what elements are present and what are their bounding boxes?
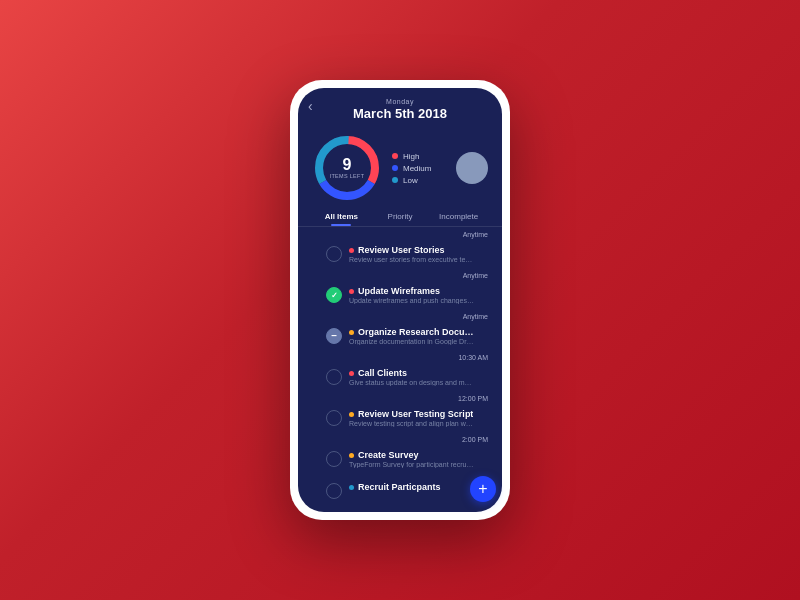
medium-dot [392, 165, 398, 171]
time-label-4: 10:30 AM [312, 354, 488, 361]
tab-incomplete[interactable]: Incomplete [429, 207, 488, 226]
task-title-row-5: Review User Testing Script [349, 409, 474, 419]
task-title-row-1: Review User Stories [349, 245, 474, 255]
task-content-2: Update WireframesUpdate wireframes and p… [349, 286, 474, 304]
task-title-row-7: Recruit Particpants [349, 482, 474, 492]
task-check-7[interactable] [326, 483, 342, 499]
task-title-5: Review User Testing Script [358, 409, 473, 419]
low-dot [392, 177, 398, 183]
task-content-6: Create SurveyTypeForm Survey for partici… [349, 450, 474, 468]
priority-dot-1 [349, 248, 354, 253]
time-group-2: AnytimeUpdate WireframesUpdate wireframe… [298, 268, 502, 309]
task-title-2: Update Wireframes [358, 286, 440, 296]
task-desc-1: Review user stories from executive team [349, 256, 474, 263]
low-label: Low [403, 176, 418, 185]
legend-low: Low [392, 176, 431, 185]
task-check-5[interactable] [326, 410, 342, 426]
task-item-2[interactable]: Update WireframesUpdate wireframes and p… [312, 281, 488, 309]
add-task-button[interactable]: + [470, 476, 496, 502]
priority-dot-2 [349, 289, 354, 294]
tab-all-items[interactable]: All Items [312, 207, 371, 226]
priority-dot-7 [349, 485, 354, 490]
task-title-4: Call Clients [358, 368, 407, 378]
items-count: 9 [330, 157, 365, 173]
time-label-6: 2:00 PM [312, 436, 488, 443]
task-check-6[interactable] [326, 451, 342, 467]
time-label-5: 12:00 PM [312, 395, 488, 402]
medium-label: Medium [403, 164, 431, 173]
task-item-3[interactable]: Organize Research DocumentationOrganize … [312, 322, 488, 350]
task-title-6: Create Survey [358, 450, 419, 460]
day-label: Monday [312, 98, 488, 105]
time-group-4: 10:30 AMCall ClientsGive status update o… [298, 350, 502, 391]
task-desc-6: TypeForm Survey for participant recruitm… [349, 461, 474, 468]
phone-frame: ‹ Monday March 5th 2018 9 ITEMS LEFT [290, 80, 510, 520]
priority-dot-3 [349, 330, 354, 335]
task-content-1: Review User StoriesReview user stories f… [349, 245, 474, 263]
items-label: ITEMS LEFT [330, 173, 365, 180]
priority-dot-6 [349, 453, 354, 458]
tab-priority[interactable]: Priority [371, 207, 430, 226]
high-label: High [403, 152, 419, 161]
task-title-row-4: Call Clients [349, 368, 474, 378]
task-check-3[interactable] [326, 328, 342, 344]
task-list: AnytimeReview User StoriesReview user st… [298, 227, 502, 512]
time-label-2: Anytime [312, 272, 488, 279]
task-content-4: Call ClientsGive status update on design… [349, 368, 474, 386]
priority-dot-4 [349, 371, 354, 376]
task-item-4[interactable]: Call ClientsGive status update on design… [312, 363, 488, 391]
app-screen: ‹ Monday March 5th 2018 9 ITEMS LEFT [298, 88, 502, 512]
avatar[interactable] [456, 152, 488, 184]
task-item-6[interactable]: Create SurveyTypeForm Survey for partici… [312, 445, 488, 473]
task-check-1[interactable] [326, 246, 342, 262]
time-group-1: AnytimeReview User StoriesReview user st… [298, 227, 502, 268]
date-label: March 5th 2018 [312, 106, 488, 121]
task-title-1: Review User Stories [358, 245, 445, 255]
chart-legend: High Medium Low [392, 152, 431, 185]
task-content-3: Organize Research DocumentationOrganize … [349, 327, 474, 345]
tabs-bar: All Items Priority Incomplete [298, 207, 502, 227]
time-group-5: 12:00 PMReview User Testing ScriptReview… [298, 391, 502, 432]
time-label-3: Anytime [312, 313, 488, 320]
task-desc-3: Organize documentation in Google Drive [349, 338, 474, 345]
priority-dot-5 [349, 412, 354, 417]
task-item-7[interactable]: Recruit Particpants [312, 477, 488, 504]
time-label-1: Anytime [312, 231, 488, 238]
task-content-7: Recruit Particpants [349, 482, 474, 492]
chart-section: 9 ITEMS LEFT High Medium Low [298, 127, 502, 207]
task-desc-4: Give status update on designs and mentio… [349, 379, 474, 386]
task-desc-2: Update wireframes and push changes to In… [349, 297, 474, 304]
donut-chart: 9 ITEMS LEFT [312, 133, 382, 203]
task-item-1[interactable]: Review User StoriesReview user stories f… [312, 240, 488, 268]
donut-center: 9 ITEMS LEFT [330, 157, 365, 180]
header: ‹ Monday March 5th 2018 [298, 88, 502, 127]
task-title-7: Recruit Particpants [358, 482, 441, 492]
task-content-5: Review User Testing ScriptReview testing… [349, 409, 474, 427]
legend-medium: Medium [392, 164, 431, 173]
high-dot [392, 153, 398, 159]
task-desc-5: Review testing script and align plan wit… [349, 420, 474, 427]
back-button[interactable]: ‹ [308, 98, 313, 114]
task-title-row-2: Update Wireframes [349, 286, 474, 296]
task-item-5[interactable]: Review User Testing ScriptReview testing… [312, 404, 488, 432]
time-group-6: 2:00 PMCreate SurveyTypeForm Survey for … [298, 432, 502, 473]
task-title-row-3: Organize Research Documentation [349, 327, 474, 337]
task-check-2[interactable] [326, 287, 342, 303]
legend-high: High [392, 152, 431, 161]
task-check-4[interactable] [326, 369, 342, 385]
time-group-3: AnytimeOrganize Research DocumentationOr… [298, 309, 502, 350]
task-title-3: Organize Research Documentation [358, 327, 474, 337]
task-title-row-6: Create Survey [349, 450, 474, 460]
